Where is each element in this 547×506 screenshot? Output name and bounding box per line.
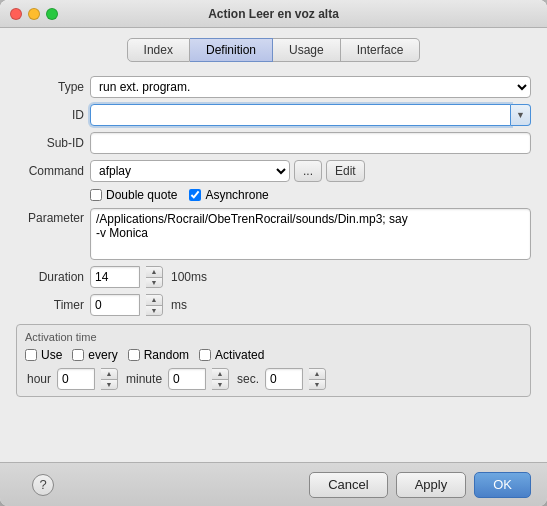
minimize-button[interactable] [28, 8, 40, 20]
hour-label: hour [27, 372, 51, 386]
every-label: every [88, 348, 117, 362]
duration-down-button[interactable]: ▼ [146, 278, 162, 288]
tab-interface[interactable]: Interface [341, 38, 421, 62]
sec-input[interactable] [265, 368, 303, 390]
subid-label: Sub-ID [16, 136, 84, 150]
checkbox-row: Double quote Asynchrone [90, 188, 531, 202]
command-select[interactable]: afplay [90, 160, 290, 182]
hour-input[interactable] [57, 368, 95, 390]
asynchrone-checkbox-label[interactable]: Asynchrone [189, 188, 268, 202]
sec-down-button[interactable]: ▼ [309, 380, 325, 390]
subid-field[interactable] [90, 132, 531, 154]
help-button[interactable]: ? [32, 474, 54, 496]
every-checkbox[interactable] [72, 349, 84, 361]
double-quote-label: Double quote [106, 188, 177, 202]
timer-row: Timer ▲ ▼ ms [16, 294, 531, 316]
activated-checkbox-label[interactable]: Activated [199, 348, 264, 362]
hour-down-button[interactable]: ▼ [101, 380, 117, 390]
close-button[interactable] [10, 8, 22, 20]
duration-label: Duration [16, 270, 84, 284]
apply-button[interactable]: Apply [396, 472, 467, 498]
duration-up-button[interactable]: ▲ [146, 267, 162, 277]
dots-button[interactable]: ... [294, 160, 322, 182]
asynchrone-label: Asynchrone [205, 188, 268, 202]
use-label: Use [41, 348, 62, 362]
minute-down-button[interactable]: ▼ [212, 380, 228, 390]
duration-row: Duration ▲ ▼ 100ms [16, 266, 531, 288]
parameter-textarea[interactable]: /Applications/Rocrail/ObeTrenRocrail/sou… [90, 208, 531, 260]
title-bar: Action Leer en voz alta [0, 0, 547, 28]
tab-usage[interactable]: Usage [273, 38, 341, 62]
content-area: Index Definition Usage Interface Type ru… [0, 28, 547, 462]
timer-up-button[interactable]: ▲ [146, 295, 162, 305]
command-select-row: afplay ... Edit [90, 160, 365, 182]
random-checkbox-label[interactable]: Random [128, 348, 189, 362]
use-checkbox[interactable] [25, 349, 37, 361]
timer-input[interactable] [90, 294, 140, 316]
timer-unit: ms [171, 298, 187, 312]
traffic-lights [10, 8, 58, 20]
timer-down-button[interactable]: ▼ [146, 306, 162, 316]
bottom-bar-inner: ? Cancel Apply OK [16, 472, 531, 498]
id-row: ID ▼ [16, 104, 531, 126]
maximize-button[interactable] [46, 8, 58, 20]
activation-checks: Use every Random Activated [25, 348, 522, 362]
duration-unit: 100ms [171, 270, 207, 284]
minute-label: minute [126, 372, 162, 386]
random-label: Random [144, 348, 189, 362]
random-checkbox[interactable] [128, 349, 140, 361]
hour-up-button[interactable]: ▲ [101, 369, 117, 379]
id-field[interactable] [90, 104, 511, 126]
parameter-row: Parameter /Applications/Rocrail/ObeTrenR… [16, 208, 531, 260]
bottom-bar: ? Cancel Apply OK [0, 462, 547, 506]
activation-time-row: hour ▲ ▼ minute ▲ ▼ sec. ▲ [25, 368, 522, 390]
activated-checkbox[interactable] [199, 349, 211, 361]
id-label: ID [16, 108, 84, 122]
id-input-wrap: ▼ [90, 104, 531, 126]
timer-label: Timer [16, 298, 84, 312]
cancel-button[interactable]: Cancel [309, 472, 387, 498]
window-title: Action Leer en voz alta [208, 7, 339, 21]
command-row: Command afplay ... Edit [16, 160, 531, 182]
edit-button[interactable]: Edit [326, 160, 365, 182]
command-label: Command [16, 164, 84, 178]
duration-spinner: ▲ ▼ [146, 266, 163, 288]
sec-spinner: ▲ ▼ [309, 368, 326, 390]
minute-spinner: ▲ ▼ [212, 368, 229, 390]
double-quote-checkbox[interactable] [90, 189, 102, 201]
type-select[interactable]: run ext. program. [90, 76, 531, 98]
duration-input[interactable] [90, 266, 140, 288]
sec-up-button[interactable]: ▲ [309, 369, 325, 379]
tab-bar: Index Definition Usage Interface [16, 38, 531, 62]
tab-index[interactable]: Index [127, 38, 190, 62]
activated-label: Activated [215, 348, 264, 362]
sec-label: sec. [237, 372, 259, 386]
type-label: Type [16, 80, 84, 94]
activation-box: Activation time Use every Random Activat… [16, 324, 531, 397]
tab-definition[interactable]: Definition [190, 38, 273, 62]
asynchrone-checkbox[interactable] [189, 189, 201, 201]
type-row: Type run ext. program. [16, 76, 531, 98]
minute-up-button[interactable]: ▲ [212, 369, 228, 379]
timer-spinner: ▲ ▼ [146, 294, 163, 316]
double-quote-checkbox-label[interactable]: Double quote [90, 188, 177, 202]
ok-button[interactable]: OK [474, 472, 531, 498]
parameter-label: Parameter [16, 208, 84, 225]
window: Action Leer en voz alta Index Definition… [0, 0, 547, 506]
every-checkbox-label[interactable]: every [72, 348, 117, 362]
minute-input[interactable] [168, 368, 206, 390]
hour-spinner: ▲ ▼ [101, 368, 118, 390]
use-checkbox-label[interactable]: Use [25, 348, 62, 362]
activation-title: Activation time [25, 331, 522, 343]
subid-row: Sub-ID [16, 132, 531, 154]
id-dropdown-button[interactable]: ▼ [511, 104, 531, 126]
